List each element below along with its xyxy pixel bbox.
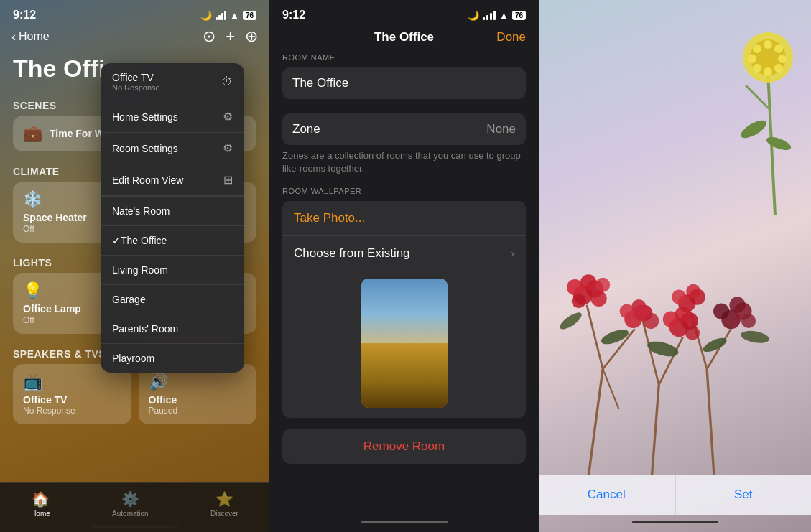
svg-point-50: [741, 314, 756, 328]
panel3-background: [539, 0, 811, 532]
svg-point-36: [634, 305, 649, 321]
dropdown-the-office[interactable]: ✓ The Office: [101, 226, 244, 256]
dropdown-edit-room-view[interactable]: Edit Room View ⊞: [101, 164, 244, 196]
svg-point-13: [765, 134, 793, 152]
more-icon[interactable]: ⊕: [245, 27, 258, 46]
dropdown-home-settings[interactable]: Home Settings ⚙: [101, 101, 244, 133]
wifi-icon: ▲: [230, 10, 239, 21]
tab-home[interactable]: 🏠 Home: [31, 490, 50, 518]
dropdown-nates-room[interactable]: Nate's Room: [101, 197, 244, 226]
wallpaper-landscape: [361, 343, 448, 408]
cancel-button-p3[interactable]: Cancel: [539, 475, 675, 515]
grid-icon: ⊞: [223, 173, 233, 187]
svg-point-7: [778, 55, 787, 63]
moon-icon: 🌙: [200, 10, 212, 21]
tv-subtitle: No Response: [23, 406, 121, 416]
mic-icon[interactable]: ⊙: [203, 27, 216, 46]
svg-line-14: [587, 369, 603, 475]
svg-point-44: [672, 290, 686, 304]
speaker-subtitle: Paused: [149, 406, 247, 416]
panel1-home-app: 9:12 🌙 ▲ 76 ‹ Home ⊙ +: [0, 0, 269, 532]
svg-point-12: [738, 117, 769, 141]
zone-label: Zone: [292, 122, 320, 136]
tab-automation[interactable]: ⚙️ Automation: [112, 490, 149, 518]
briefcase-icon: 💼: [23, 124, 42, 143]
the-office-label: The Office: [121, 235, 233, 246]
svg-line-1: [746, 86, 768, 108]
garage-label: Garage: [112, 294, 233, 305]
playroom-label: Playroom: [112, 353, 233, 364]
svg-point-54: [740, 329, 770, 345]
tab-bar-p1: 🏠 Home ⚙️ Automation ⭐ Discover: [0, 482, 269, 532]
add-icon[interactable]: +: [226, 27, 235, 46]
clock-icon: ⏱: [221, 75, 233, 88]
wallpaper-label: ROOM WALLPAPER: [282, 187, 526, 195]
dropdown-parents-room[interactable]: Parents' Room: [101, 314, 244, 344]
dropdown-room-settings[interactable]: Room Settings ⚙: [101, 133, 244, 164]
svg-point-11: [748, 55, 756, 63]
gear-icon-1: ⚙: [223, 110, 233, 123]
remove-room-button[interactable]: Remove Room: [282, 429, 526, 464]
home-tab-icon: 🏠: [32, 490, 50, 508]
svg-point-55: [557, 309, 584, 332]
status-icons-p2: 🌙 ▲ 76: [468, 10, 526, 21]
home-settings-label: Home Settings: [112, 111, 223, 123]
zone-row[interactable]: Zone None: [282, 113, 526, 145]
battery-p2: 76: [512, 11, 526, 20]
office-tv-card[interactable]: 📺 Office TV No Response: [13, 364, 131, 425]
wallpaper-sky: [361, 279, 448, 350]
status-time-p1: 9:12: [13, 9, 36, 22]
nav-actions-p1: ⊙ + ⊕: [203, 27, 258, 46]
choose-existing-label: Choose from Existing: [294, 246, 410, 261]
svg-line-21: [707, 369, 715, 475]
svg-line-15: [587, 305, 603, 369]
svg-line-18: [651, 385, 659, 475]
svg-point-48: [713, 303, 729, 319]
panel3-actions: Cancel Set: [539, 475, 811, 515]
dropdown-playroom[interactable]: Playroom: [101, 344, 244, 373]
nav-bar-p1: ‹ Home ⊙ + ⊕: [0, 24, 269, 52]
svg-point-27: [580, 274, 596, 290]
choose-existing-option[interactable]: Choose from Existing ›: [282, 236, 526, 271]
nates-room-label: Nate's Room: [112, 205, 233, 217]
speaker-title: Office: [149, 394, 247, 406]
svg-point-45: [686, 284, 700, 299]
room-name-label: ROOM NAME: [282, 53, 526, 62]
done-button[interactable]: Done: [496, 30, 526, 45]
wifi-icon-p2: ▲: [499, 10, 509, 21]
svg-line-17: [603, 369, 618, 409]
wallpaper-thumbnail: [361, 279, 448, 408]
svg-point-29: [590, 291, 606, 307]
back-button-p1[interactable]: ‹ Home: [11, 29, 50, 45]
status-time-p2: 9:12: [282, 9, 305, 22]
home-indicator-p3: [632, 521, 718, 523]
flower-svg: [667, 0, 811, 215]
tv-title: Office TV: [23, 394, 121, 406]
panel2-header: The Office Done: [269, 24, 539, 53]
dropdown-garage[interactable]: Garage: [101, 285, 244, 314]
dropdown-menu: Office TV No Response ⏱ Home Settings ⚙ …: [101, 63, 244, 373]
svg-point-28: [572, 294, 586, 308]
status-bar-panel1: 9:12 🌙 ▲ 76: [0, 0, 269, 24]
panel3-bottom-bar: Cancel Set: [539, 475, 811, 532]
office-speaker-card[interactable]: 🔊 Office Paused: [139, 364, 257, 425]
signal-icon-p2: [483, 11, 496, 20]
svg-point-5: [764, 40, 772, 49]
take-photo-option[interactable]: Take Photo...: [282, 201, 526, 236]
discover-tab-icon: ⭐: [216, 490, 233, 508]
parents-room-label: Parents' Room: [112, 323, 233, 335]
battery-p1: 76: [243, 11, 256, 20]
room-name-input[interactable]: [282, 67, 526, 99]
panel3-wallpaper-picker: Cancel Set: [539, 0, 811, 532]
dropdown-office-tv[interactable]: Office TV No Response ⏱: [101, 63, 244, 101]
tab-discover[interactable]: ⭐ Discover: [210, 490, 238, 518]
dropdown-living-room[interactable]: Living Room: [101, 256, 244, 285]
discover-tab-label: Discover: [210, 510, 238, 518]
room-settings-label: Room Settings: [112, 143, 223, 154]
signal-icon: [216, 11, 226, 20]
living-room-label: Living Room: [112, 264, 233, 276]
take-photo-label: Take Photo...: [294, 211, 365, 225]
panel2-form: ROOM NAME Zone None Zones are a collecti…: [269, 53, 539, 515]
set-button-p3[interactable]: Set: [675, 475, 812, 515]
svg-point-30: [595, 278, 610, 292]
